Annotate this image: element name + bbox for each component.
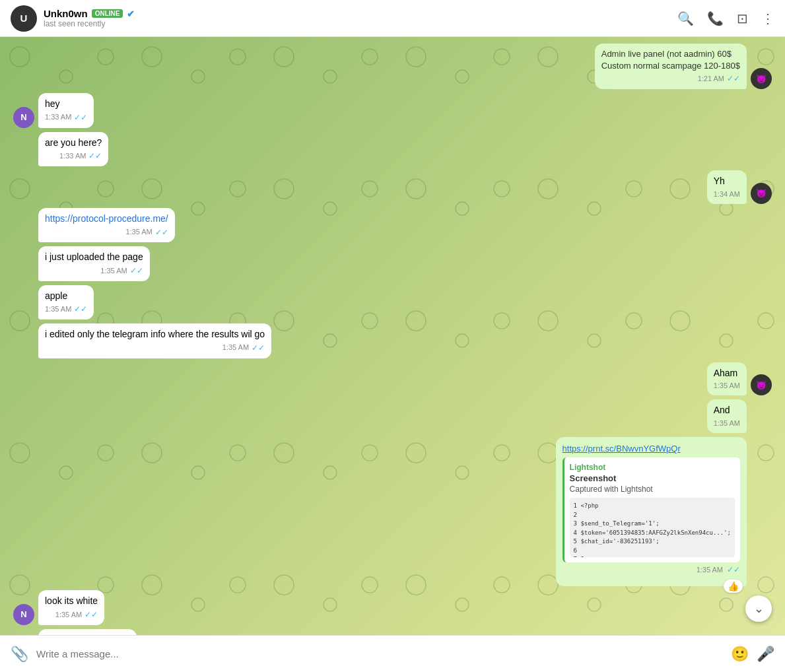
message-bubble: are you here? 1:33 AM ✓✓ (38, 132, 108, 166)
card-preview-container: Lightshot Screenshot Captured with Light… (563, 457, 740, 562)
message-meta: 1:35 AM ✓✓ (45, 609, 98, 621)
message-bubble: Yh 1:34 AM (707, 170, 747, 204)
scroll-down-button[interactable]: ⌄ (745, 595, 772, 622)
sender-avatar: N (13, 107, 34, 128)
message-meta: 1:33 AM ✓✓ (45, 151, 102, 162)
message-bubble: And 1:35 AM (707, 399, 747, 433)
code-preview: 1 <?php 2 3 $send_to_Telegram='1'; 4 $to… (570, 498, 735, 557)
read-receipts: ✓✓ (74, 304, 87, 315)
attach-icon[interactable]: 📎 (11, 646, 28, 663)
card-source: Lightshot (570, 463, 735, 472)
reaction-thumbs-up: 👍 (724, 580, 743, 593)
message-text: And (714, 404, 740, 417)
read-receipts: ✓✓ (252, 343, 265, 354)
contact-name: Unkn0wn ONLINE ✔ (44, 8, 135, 19)
message-row: are you here? 1:33 AM ✓✓ (13, 132, 772, 166)
message-input[interactable] (36, 648, 723, 659)
microphone-icon[interactable]: 🎤 (757, 646, 774, 663)
message-text: apple (45, 290, 87, 303)
read-receipts: ✓✓ (155, 227, 168, 238)
message-input-bar: 📎 🙂 🎤 (0, 635, 785, 672)
message-meta: 1:35 AM (714, 381, 740, 391)
message-bubble: hey 1:33 AM ✓✓ (38, 93, 94, 127)
message-text: look its white (45, 595, 98, 608)
messages-container: Admin live panel (not aadmin) 60$Custom … (13, 44, 772, 635)
contact-name-text: Unkn0wn (44, 8, 88, 19)
message-meta: 1:34 AM (714, 189, 740, 199)
card-link[interactable]: https://prnt.sc/BNwvnYGfWpQr (563, 444, 740, 454)
read-receipts: ✓✓ (727, 565, 740, 574)
message-bubble: https://protocol-procedure.me/ 1:35 AM ✓… (38, 208, 175, 242)
chevron-down-icon: ⌄ (754, 601, 764, 616)
message-bubble: i just uploaded the page 1:35 AM ✓✓ (38, 246, 150, 281)
header-actions: 🔍 📞 ⊡ ⋮ (677, 11, 774, 26)
message-link[interactable]: https://protocol-procedure.me/ (45, 213, 168, 224)
sender-avatar: N (13, 604, 34, 625)
message-bubble: doesnt load anything 1:35 AM ✓✓ (38, 629, 137, 635)
message-time: 1:35 AM (714, 381, 740, 391)
message-row: apple 1:35 AM ✓✓ (13, 285, 772, 319)
read-receipts: ✓✓ (88, 151, 102, 162)
message-row: Yh 1:34 AM 😈 (13, 170, 772, 204)
online-badge: ONLINE (92, 9, 123, 18)
sender-avatar: 😈 (751, 68, 772, 89)
message-text: doesnt load anything (45, 634, 130, 635)
message-row: doesnt load anything 1:35 AM ✓✓ (13, 629, 772, 635)
message-time: 1:34 AM (714, 189, 740, 199)
read-receipts: ✓✓ (130, 265, 143, 277)
message-time: 1:35 AM (125, 227, 152, 237)
layout-icon[interactable]: ⊡ (737, 11, 748, 26)
sender-avatar: 😈 (751, 183, 772, 204)
message-text: Admin live panel (not aadmin) 60$Custom … (601, 48, 740, 72)
message-meta: 1:35 AM ✓✓ (45, 343, 265, 354)
message-row: N look its white 1:35 AM ✓✓ (13, 590, 772, 624)
contact-avatar: U (11, 5, 37, 32)
message-row: i just uploaded the page 1:35 AM ✓✓ (13, 246, 772, 281)
message-bubble: Admin live panel (not aadmin) 60$Custom … (595, 44, 747, 89)
message-time: 1:35 AM (714, 419, 740, 428)
sender-avatar: 😈 (751, 374, 772, 395)
message-time: 1:21 AM (698, 74, 724, 84)
header-left: U Unkn0wn ONLINE ✔ last seen recently (11, 5, 135, 32)
message-row: https://protocol-procedure.me/ 1:35 AM ✓… (13, 208, 772, 242)
message-meta: 1:33 AM ✓✓ (45, 112, 87, 123)
message-row: https://prnt.sc/BNwvnYGfWpQr Lightshot S… (13, 437, 772, 586)
read-receipts: ✓✓ (85, 609, 98, 621)
message-text: Yh (714, 175, 740, 188)
message-time: 1:35 AM (100, 266, 127, 276)
message-row: And 1:35 AM (13, 399, 772, 433)
message-row: Aham 1:35 AM 😈 (13, 362, 772, 396)
message-meta: 1:35 AM (714, 419, 740, 428)
message-meta: 1:35 AM ✓✓ (45, 227, 168, 238)
verified-icon: ✔ (127, 9, 135, 19)
message-time: 1:33 AM (59, 151, 86, 161)
last-seen-status: last seen recently (44, 19, 135, 28)
message-row: i edited only the telegram info where th… (13, 323, 772, 358)
message-row: N hey 1:33 AM ✓✓ (13, 93, 772, 127)
card-description: Captured with Lightshot (570, 485, 735, 494)
message-text: i just uploaded the page (45, 251, 143, 264)
chat-area: Admin live panel (not aadmin) 60$Custom … (0, 37, 785, 635)
message-row: Admin live panel (not aadmin) 60$Custom … (13, 44, 772, 89)
read-receipts: ✓✓ (727, 73, 740, 84)
read-receipts: ✓✓ (74, 112, 87, 123)
message-text: are you here? (45, 137, 102, 150)
emoji-picker-icon[interactable]: 🙂 (731, 646, 749, 663)
message-time: 1:33 AM (45, 112, 71, 122)
message-bubble: apple 1:35 AM ✓✓ (38, 285, 94, 319)
message-meta: 1:35 AM ✓✓ (45, 304, 87, 315)
more-options-icon[interactable]: ⋮ (761, 11, 774, 26)
search-icon[interactable]: 🔍 (677, 11, 694, 26)
message-text: Aham (714, 367, 740, 380)
card-title: Screenshot (570, 473, 735, 483)
message-text: hey (45, 98, 87, 111)
message-text: i edited only the telegram info where th… (45, 328, 265, 341)
header-info: Unkn0wn ONLINE ✔ last seen recently (44, 8, 135, 28)
chat-header: U Unkn0wn ONLINE ✔ last seen recently 🔍 … (0, 0, 785, 37)
phone-icon[interactable]: 📞 (707, 11, 724, 26)
message-meta: 1:21 AM ✓✓ (601, 73, 740, 84)
message-bubble: i edited only the telegram info where th… (38, 323, 271, 358)
card-meta: 1:35 AM ✓✓ (563, 565, 740, 574)
message-time: 1:35 AM (222, 343, 249, 353)
message-bubble: look its white 1:35 AM ✓✓ (38, 590, 104, 624)
